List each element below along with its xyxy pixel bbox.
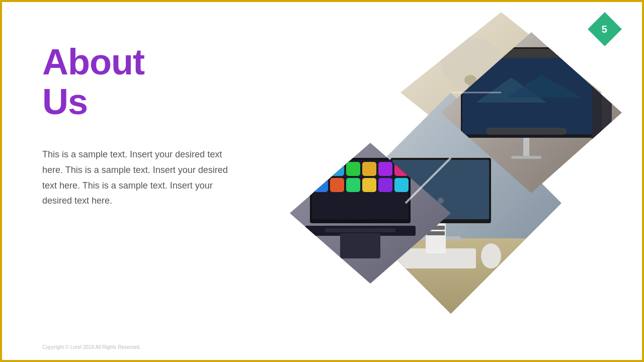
svg-rect-32 — [486, 128, 567, 135]
left-content: About Us This is a sample text. Insert y… — [2, 2, 264, 360]
svg-rect-43 — [330, 162, 344, 176]
svg-rect-51 — [362, 178, 376, 192]
svg-rect-49 — [330, 178, 344, 192]
image-collage — [260, 2, 642, 360]
svg-rect-56 — [340, 233, 380, 258]
slide: About Us This is a sample text. Insert y… — [0, 0, 644, 362]
svg-rect-45 — [362, 162, 376, 176]
svg-rect-38 — [594, 77, 610, 87]
svg-rect-33 — [523, 138, 529, 158]
svg-rect-37 — [594, 65, 610, 75]
svg-rect-35 — [592, 49, 612, 139]
page-number: 5 — [602, 24, 607, 35]
footer: Copyright © Lorel 2018 All Rights Reserv… — [42, 344, 141, 350]
right-image-area — [260, 2, 642, 360]
svg-rect-44 — [346, 162, 360, 176]
svg-rect-36 — [594, 52, 610, 62]
svg-rect-53 — [394, 178, 409, 192]
title-line2: Us — [42, 81, 88, 122]
body-text: This is a sample text. Insert your desir… — [42, 147, 233, 208]
svg-point-18 — [481, 243, 501, 268]
slide-title: About Us — [42, 42, 233, 122]
svg-rect-55 — [325, 228, 395, 232]
svg-rect-48 — [314, 178, 328, 192]
title-line1: About — [42, 42, 144, 82]
svg-rect-46 — [378, 162, 392, 176]
svg-rect-42 — [314, 162, 328, 176]
svg-rect-52 — [378, 178, 392, 192]
svg-rect-50 — [346, 178, 360, 192]
svg-rect-34 — [511, 156, 541, 159]
